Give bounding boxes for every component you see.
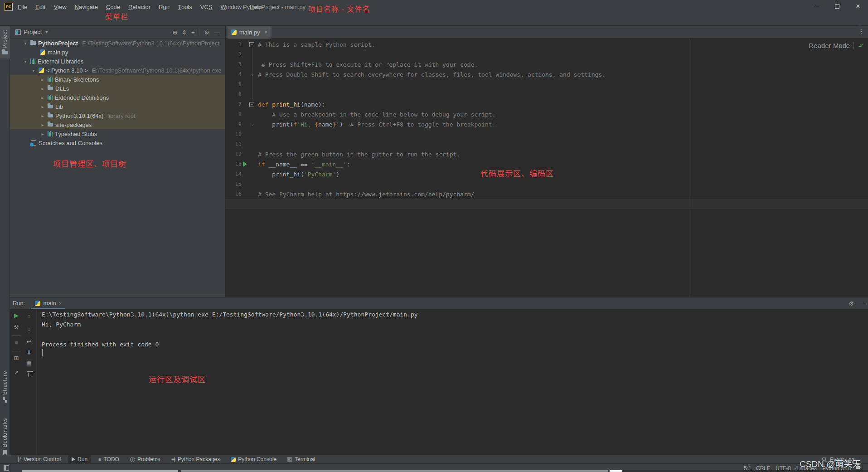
tree-item-dlls[interactable]: ▸ DLLs	[10, 84, 225, 93]
chevron-collapsed-icon[interactable]: ▸	[40, 122, 45, 127]
chevron-collapsed-icon[interactable]: ▸	[40, 113, 45, 118]
toolwindow-run[interactable]: Run	[68, 455, 91, 463]
rerun-button[interactable]: ▶	[13, 312, 20, 319]
run-console[interactable]: E:\TestingSoftware\Python3.10.1(64x)\pyt…	[42, 309, 418, 349]
tree-item-python-root[interactable]: ▸ Python3.10.1(64x) library root	[10, 111, 225, 120]
close-tab-icon[interactable]: ×	[265, 29, 268, 35]
expand-all-button[interactable]: ⇕	[182, 29, 187, 36]
chevron-expanded-icon[interactable]: ▾	[23, 41, 28, 46]
chevron-expanded-icon[interactable]: ▾	[31, 68, 36, 73]
run-tool-window: Run: main × ⚙ — ▶ ⚒ ■ ⊞ ↗ ↑ ↓ ↩ ⇓ ▤	[10, 297, 868, 455]
toolwindow-python-packages[interactable]: ⇶ Python Packages	[168, 455, 223, 463]
menu-edit[interactable]: Edit	[31, 0, 49, 14]
project-panel-header: Project ▼ ⊕ ⇕ ÷ ⚙ —	[10, 26, 225, 39]
menu-run[interactable]: Run	[155, 0, 174, 14]
restore-button[interactable]	[827, 0, 848, 13]
toolwindow-problems[interactable]: ! Problems	[127, 455, 164, 463]
run-panel-settings-icon[interactable]: ⚙	[849, 300, 854, 307]
project-tree: ▾ PythonProject E:\TestingSoftware\Pytho…	[10, 39, 225, 147]
editor-area[interactable]: main.py × ⋮ Reader Mode ✓✓ 1# This is a …	[226, 26, 868, 297]
menu-vcs[interactable]: VCS	[196, 0, 217, 14]
fold-marker-icon[interactable]: ⌂	[249, 72, 254, 77]
restore-icon	[835, 4, 839, 9]
chevron-collapsed-icon[interactable]: ▸	[40, 131, 45, 136]
fold-marker-icon[interactable]: −	[249, 42, 254, 47]
tree-item-binary-skeletons[interactable]: ▸ Binary Skeletons	[10, 75, 225, 84]
chevron-collapsed-icon[interactable]: ▸	[40, 86, 45, 91]
chevron-collapsed-icon[interactable]: ▸	[40, 95, 45, 100]
tree-item-python-310[interactable]: ▾ < Python 3.10 > E:\TestingSoftware\Pyt…	[10, 66, 225, 75]
fold-marker-icon[interactable]: −	[249, 102, 254, 107]
structure-icon: ▚	[3, 397, 7, 403]
python-file-icon	[231, 29, 237, 35]
print-icon[interactable]: ▤	[25, 360, 33, 367]
down-stack-trace-icon[interactable]: ↓	[25, 326, 33, 333]
minimize-button[interactable]: —	[806, 0, 827, 13]
menu-navigate[interactable]: Navigate	[71, 0, 102, 14]
chevron-down-icon[interactable]: ▼	[44, 30, 48, 34]
tree-item-typeshed-stubs[interactable]: ▸ Typeshed Stubs	[10, 129, 225, 138]
main-menu: File Edit View Navigate Code Refactor Ru…	[14, 0, 266, 14]
chevron-collapsed-icon[interactable]: ▸	[40, 104, 45, 109]
console-line: Process finished with exit code 0	[42, 339, 418, 349]
console-cursor	[42, 349, 43, 356]
console-line: E:\TestingSoftware\Python3.10.1(64x)\pyt…	[42, 309, 418, 319]
code-viewport: 1# This is a sample Python script. 2 3 #…	[226, 39, 868, 209]
tab-main-py[interactable]: main.py ×	[228, 26, 272, 39]
run-panel-header: Run: main × ⚙ —	[10, 297, 868, 309]
tab-options-icon[interactable]: ⋮	[858, 28, 864, 35]
collapse-all-button[interactable]: ÷	[191, 29, 194, 36]
tree-item-extended-definitions[interactable]: ▸ Extended Definitions	[10, 93, 225, 102]
soft-wrap-icon[interactable]: ↩	[25, 338, 33, 345]
restore-layout-icon[interactable]: ⊞	[13, 355, 20, 362]
toolwindow-terminal[interactable]: > Terminal	[284, 455, 318, 463]
pin-tab-icon[interactable]: ↗	[13, 369, 20, 376]
python-icon	[231, 457, 236, 462]
run-tab-main[interactable]: main ×	[31, 297, 65, 309]
fold-marker-icon[interactable]: ⌂	[249, 122, 254, 127]
library-icon	[48, 77, 53, 82]
panel-settings-button[interactable]: ⚙	[204, 29, 209, 36]
code-line: 6	[226, 89, 868, 99]
chevron-expanded-icon[interactable]: ▾	[23, 59, 28, 64]
project-panel-title[interactable]: Project	[24, 29, 42, 35]
toolwindow-python-console[interactable]: Python Console	[228, 455, 280, 463]
stripe-item-structure[interactable]: Structure ▚	[0, 371, 10, 413]
menu-tools[interactable]: Tools	[174, 0, 196, 14]
tree-item-main-py[interactable]: main.py	[10, 48, 225, 57]
branch-icon	[17, 457, 21, 462]
menu-view[interactable]: View	[49, 0, 70, 14]
tree-item-lib[interactable]: ▸ Lib	[10, 102, 225, 111]
edit-configuration-icon[interactable]: ⚒	[13, 324, 20, 331]
stripe-item-project[interactable]: Project	[0, 26, 10, 58]
toolwindow-todo[interactable]: ≡ TODO	[95, 455, 122, 463]
library-icon	[48, 95, 53, 100]
run-line-icon[interactable]	[243, 161, 247, 167]
menu-file[interactable]: File	[14, 0, 31, 14]
tree-item-pythonproject[interactable]: ▾ PythonProject E:\TestingSoftware\Pytho…	[10, 39, 225, 48]
code-line: 11	[226, 139, 868, 149]
close-button[interactable]: ×	[848, 0, 868, 13]
code-line: 2	[226, 49, 868, 59]
tree-item-external-libraries[interactable]: ▾ External Libraries	[10, 57, 225, 66]
scroll-to-end-icon[interactable]: ⇓	[25, 349, 33, 356]
locate-file-button[interactable]: ⊕	[172, 29, 177, 36]
clear-all-icon[interactable]	[26, 372, 34, 379]
menu-refactor[interactable]: Refactor	[124, 0, 155, 14]
hide-panel-button[interactable]: —	[214, 29, 220, 36]
watermark: CSDN @萌笑天	[800, 457, 861, 469]
folder-icon	[48, 87, 53, 90]
up-stack-trace-icon[interactable]: ↑	[25, 313, 33, 320]
menu-window[interactable]: Window	[217, 0, 246, 14]
chevron-collapsed-icon[interactable]: ▸	[40, 77, 45, 82]
toolwindow-version-control[interactable]: Version Control	[14, 455, 64, 463]
tree-item-site-packages[interactable]: ▸ site-packages	[10, 120, 225, 129]
annotation-run-panel: 运行区及调试区	[149, 373, 206, 384]
toolwindow-toggle-icon[interactable]	[4, 465, 9, 471]
folder-icon	[2, 51, 8, 54]
close-tab-icon[interactable]: ×	[59, 301, 62, 306]
todo-list-icon: ≡	[98, 457, 101, 462]
tree-item-scratches[interactable]: Scratches and Consoles	[10, 138, 225, 147]
code-line: 9 print(f'Hi, {name}') # Press Ctrl+F8 t…	[226, 119, 868, 129]
hide-panel-button[interactable]: —	[859, 300, 865, 307]
